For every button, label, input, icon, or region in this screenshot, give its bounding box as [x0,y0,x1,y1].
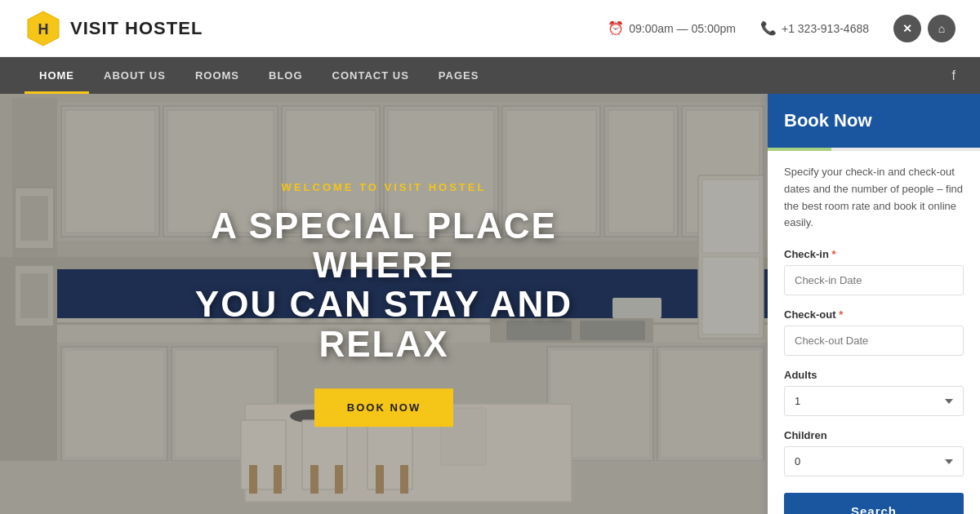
phone-text: +1 323-913-4688 [782,22,869,35]
hero-content: WELCOME TO VISIT HOSTEL A SPECIAL PLACE … [192,181,576,428]
nav-links: HOME ABOUT US ROOMS BLOG CONTACT US PAGE… [24,57,493,94]
logo-text: VISIT HOSTEL [70,18,203,39]
panel-title: Book Now [784,110,872,131]
facebook-icon[interactable]: f [952,69,956,83]
svg-text:H: H [38,21,49,38]
clock-icon: ⏰ [608,20,624,36]
business-hours: ⏰ 09:00am — 05:00pm [608,20,736,36]
checkout-required: * [839,308,843,321]
adults-label: Adults [784,369,964,381]
checkout-label: Check-out * [784,308,964,321]
adults-group: Adults 1 2 3 4 [784,369,964,416]
main-layout: WELCOME TO VISIT HOSTEL A SPECIAL PLACE … [0,94,980,514]
booking-panel: Book Now Specify your check-in and check… [768,94,980,514]
panel-header: Book Now [768,94,980,148]
header: H VISIT HOSTEL ⏰ 09:00am — 05:00pm 📞 +1 … [0,0,980,57]
header-right: ⏰ 09:00am — 05:00pm 📞 +1 323-913-4688 ✕ … [608,15,956,42]
nav-item-rooms[interactable]: ROOMS [180,57,254,94]
hero-title-line1: A SPECIAL PLACE WHERE [211,206,557,285]
nav-item-home[interactable]: HOME [24,57,89,94]
nav-item-about[interactable]: ABOUT US [89,57,180,94]
phone-info: 📞 +1 323-913-4688 [760,20,869,36]
checkin-input[interactable] [784,265,964,295]
checkin-required: * [832,248,836,260]
checkout-group: Check-out * [784,308,964,356]
nav-item-blog[interactable]: BLOG [254,57,318,94]
search-button[interactable]: Search [784,493,964,514]
checkin-group: Check-in * [784,248,964,295]
hero-title-line2: YOU CAN STAY AND RELAX [195,285,572,364]
nav-item-contact[interactable]: CONTACT US [318,57,424,94]
logo-area: H VISIT HOSTEL [24,10,203,47]
hero-title: A SPECIAL PLACE WHERE YOU CAN STAY AND R… [192,206,576,365]
hero-section: WELCOME TO VISIT HOSTEL A SPECIAL PLACE … [0,94,768,514]
panel-description: Specify your check-in and check-out date… [784,164,964,232]
hero-subtitle: WELCOME TO VISIT HOSTEL [192,181,576,193]
close-button[interactable]: ✕ [893,15,921,42]
phone-icon: 📞 [760,20,777,36]
checkin-label: Check-in * [784,248,964,260]
book-now-button[interactable]: BOOK NOW [314,388,453,427]
adults-select[interactable]: 1 2 3 4 [784,386,964,416]
children-group: Children 0 1 2 3 [784,429,964,476]
hours-text: 09:00am — 05:00pm [629,22,736,35]
panel-body: Specify your check-in and check-out date… [768,151,980,514]
children-select[interactable]: 0 1 2 3 [784,446,964,476]
nav-item-pages[interactable]: PAGES [424,57,494,94]
navigation: HOME ABOUT US ROOMS BLOG CONTACT US PAGE… [0,57,980,94]
header-buttons: ✕ ⌂ [893,15,956,42]
logo-icon: H [24,10,62,47]
children-label: Children [784,429,964,441]
home-button[interactable]: ⌂ [928,15,956,42]
checkout-input[interactable] [784,326,964,356]
